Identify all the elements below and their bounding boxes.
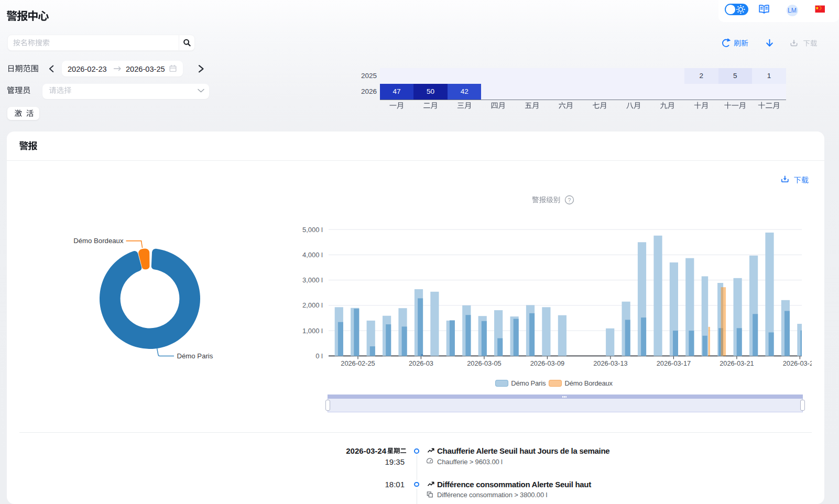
svg-text:?: ?: [568, 197, 571, 203]
svg-text:2026-03: 2026-03: [409, 359, 433, 367]
svg-text:3,000 l: 3,000 l: [302, 276, 323, 284]
svg-text:2026-03-05: 2026-03-05: [467, 359, 501, 367]
svg-text:2026-03-25: 2026-03-25: [783, 359, 817, 367]
svg-text:2026-03-17: 2026-03-17: [657, 359, 691, 367]
svg-text:2026-03-09: 2026-03-09: [530, 359, 564, 367]
svg-text:5,000 l: 5,000 l: [302, 226, 323, 234]
svg-text:0 l: 0 l: [315, 352, 323, 360]
svg-text:2026-03-21: 2026-03-21: [720, 359, 754, 367]
svg-text:2,000 l: 2,000 l: [302, 301, 323, 309]
svg-text:1,000 l: 1,000 l: [302, 327, 323, 335]
svg-text:2026-03-13: 2026-03-13: [593, 359, 627, 367]
svg-text:4,000 l: 4,000 l: [302, 251, 323, 259]
svg-text:2026-02-25: 2026-02-25: [341, 359, 375, 367]
